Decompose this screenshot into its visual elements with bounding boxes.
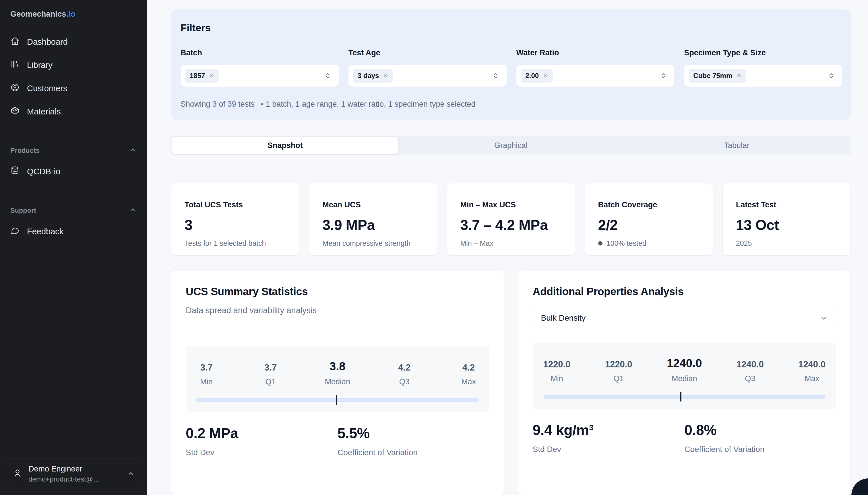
chevron-down-icon [820,314,828,322]
card-subtitle: Mean compressive strength [322,239,424,248]
sidebar-item-label: QCDB-io [27,167,60,176]
metric-label: Coefficient of Variation [338,448,489,457]
stat-label: Min [196,377,216,386]
median-tick [336,395,337,405]
cov-metric: 5.5% Coefficient of Variation [338,425,489,457]
metric-label: Std Dev [186,448,338,457]
stat-value: 1220.0 [605,359,632,370]
user-meta: Demo Engineer demo+product-test@… [29,465,121,483]
sidebar-item-customers[interactable]: Customers [7,78,140,99]
chip-label: 1857 [190,72,205,80]
tab-graphical[interactable]: Graphical [398,137,624,154]
app-logo: Geomechanics.io [7,10,140,19]
sidebar-section-products[interactable]: Products [7,143,140,158]
chip-label: 2.00 [526,72,539,80]
filter-label: Test Age [348,49,507,57]
user-email: demo+product-test@… [29,475,121,483]
stat-value: 3.8 [325,360,350,373]
card-subtitle: 100% tested [598,239,700,248]
card-subtitle: Min – Max [460,239,561,248]
database-icon [10,166,19,177]
stat-value: 1240.0 [737,359,764,370]
stat-card-total-tests: Total UCS Tests 3 Tests for 1 selected b… [171,183,299,256]
filter-chip: 3 days ✕ [353,69,393,83]
stat-card-batch-coverage: Batch Coverage 2/2 100% tested [585,183,713,256]
user-menu[interactable]: Demo Engineer demo+product-test@… [7,459,140,489]
panel-subtitle: Data spread and variability analysis [186,306,489,315]
stat-label: Median [325,377,350,386]
chip-remove-icon[interactable]: ✕ [383,72,388,80]
sidebar-item-materials[interactable]: Materials [7,101,140,122]
card-subtitle: 2025 [736,239,837,248]
stat-value: 1220.0 [543,359,571,370]
water-ratio-select[interactable]: 2.00 ✕ [517,65,674,87]
chip-remove-icon[interactable]: ✕ [543,72,548,80]
panel-title: UCS Summary Statistics [186,286,489,298]
card-title: Batch Coverage [598,201,700,209]
ucs-stats-strip: 3.7 Min 3.7 Q1 3.8 Median 4.2 Q3 [186,346,489,412]
chip-remove-icon[interactable]: ✕ [736,72,741,80]
stat-card-mean-ucs: Mean UCS 3.9 MPa Mean compressive streng… [309,183,437,256]
sidebar-item-label: Customers [27,84,67,93]
stat-q3: 1240.0 Q3 [737,359,764,383]
sidebar: Geomechanics.io Dashboard Library Custom… [0,0,147,495]
filter-label: Specimen Type & Size [684,49,842,57]
stat-min: 1220.0 Min [543,359,571,383]
chip-remove-icon[interactable]: ✕ [209,72,214,80]
tab-tabular[interactable]: Tabular [624,137,850,154]
user-icon [12,468,23,480]
sidebar-section-support[interactable]: Support [7,203,140,218]
stat-card-min-max-ucs: Min – Max UCS 3.7 – 4.2 MPa Min – Max [447,183,575,256]
main-content: Filters Batch 1857 ✕ Test Age 3 days [147,0,868,495]
chat-widget-button[interactable] [851,478,868,495]
view-tabs: Snapshot Graphical Tabular [171,136,851,155]
filter-chip: 1857 ✕ [185,69,219,83]
card-value: 2/2 [598,217,700,234]
home-icon [10,36,19,48]
dropdown-selected-value: Bulk Density [541,313,586,323]
stat-value: 3.7 [261,362,281,373]
stat-label: Median [667,374,702,383]
metric-value: 9.4 kg/m³ [533,422,685,439]
chevrons-up-down-icon [492,72,500,80]
chevrons-up-down-icon [324,72,332,80]
tab-snapshot[interactable]: Snapshot [172,137,398,154]
metric-value: 5.5% [338,425,489,442]
filters-summary: Showing 3 of 39 tests • 1 batch, 1 age r… [181,100,842,109]
ucs-summary-panel: UCS Summary Statistics Data spread and v… [171,269,504,495]
stat-q1: 3.7 Q1 [261,362,281,386]
chevron-up-icon [129,206,137,215]
metric-value: 0.8% [684,422,836,439]
property-dropdown[interactable]: Bulk Density [533,308,836,328]
card-value: 3.9 MPa [322,217,424,234]
coverage-text: 100% tested [606,239,646,248]
property-stats-strip: 1220.0 Min 1220.0 Q1 1240.0 Median 1240.… [533,343,836,409]
sidebar-item-library[interactable]: Library [7,54,140,76]
additional-properties-panel: Additional Properties Analysis Bulk Dens… [518,269,851,495]
chip-label: 3 days [358,72,379,80]
sidebar-item-label: Feedback [27,227,63,236]
sidebar-item-feedback[interactable]: Feedback [7,221,140,242]
stat-label: Q1 [605,374,632,383]
filter-fields: Batch 1857 ✕ Test Age 3 days ✕ [181,49,842,87]
stat-label: Q3 [737,374,764,383]
filter-field-batch: Batch 1857 ✕ [181,49,339,87]
std-dev-metric: 9.4 kg/m³ Std Dev [533,422,685,454]
sidebar-item-dashboard[interactable]: Dashboard [7,31,140,53]
metric-label: Std Dev [533,445,685,454]
filter-field-test-age: Test Age 3 days ✕ [348,49,507,87]
std-dev-metric: 0.2 MPa Std Dev [186,425,338,457]
test-age-select[interactable]: 3 days ✕ [348,65,507,87]
analysis-panels: UCS Summary Statistics Data spread and v… [171,269,851,495]
filter-chip: Cube 75mm ✕ [689,69,746,83]
stat-label: Min [543,374,571,383]
panel-title: Additional Properties Analysis [533,286,836,298]
specimen-select[interactable]: Cube 75mm ✕ [684,65,842,87]
metric-value: 0.2 MPa [186,425,338,442]
sidebar-item-qcdb-io[interactable]: QCDB-io [7,161,140,183]
stat-card-latest-test: Latest Test 13 Oct 2025 [722,183,851,256]
sidebar-spacer [7,244,140,459]
stat-value: 1240.0 [667,357,702,370]
card-title: Latest Test [736,201,837,209]
batch-select[interactable]: 1857 ✕ [181,65,339,87]
